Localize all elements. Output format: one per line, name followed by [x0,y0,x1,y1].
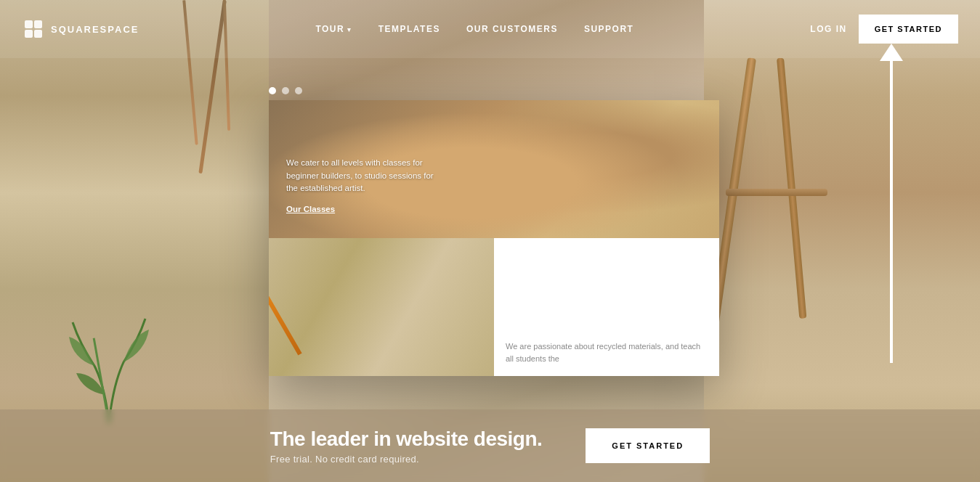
svg-rect-1 [34,20,42,28]
our-classes-link[interactable]: Our Classes [286,205,335,213]
nav-actions: LOG IN GET STARTED [810,15,958,44]
preview-drawing-image [269,238,494,376]
get-started-nav-button[interactable]: GET STARTED [859,15,958,44]
chevron-down-icon: ▾ [347,26,352,33]
preview-bottom-image [269,238,494,376]
arrow-up-indicator [890,58,893,363]
svg-rect-0 [25,20,33,28]
logo[interactable]: SQUARESPACE [22,17,139,41]
preview-bottom-text: We are passionate about recycled materia… [506,340,708,364]
dot-2[interactable] [282,87,289,94]
cta-bar: The leader in website design. Free trial… [0,409,980,482]
svg-rect-2 [25,30,33,38]
squarespace-logo-icon [22,17,45,41]
preview-top-body-text: We cater to all levels with classes for … [286,157,439,195]
cta-headline: The leader in website design. [270,428,543,451]
preview-bottom-text-area: We are passionate about recycled materia… [494,238,719,376]
nav-support[interactable]: SUPPORT [584,24,634,34]
login-button[interactable]: LOG IN [810,24,846,34]
cta-text-group: The leader in website design. Free trial… [270,428,543,465]
preview-window: We cater to all levels with classes for … [269,100,719,376]
nav-templates[interactable]: TEMPLATES [378,24,440,34]
preview-top-section: We cater to all levels with classes for … [269,100,719,238]
cta-subtext: Free trial. No credit card required. [270,454,419,465]
brand-name: SQUARESPACE [51,24,139,35]
nav-our-customers[interactable]: OUR CUSTOMERS [466,24,558,34]
preview-bottom-section: We are passionate about recycled materia… [269,238,719,376]
dot-3[interactable] [295,87,302,94]
dot-1[interactable] [269,87,276,94]
preview-top-overlay: We cater to all levels with classes for … [286,157,439,215]
get-started-cta-button[interactable]: GET STARTED [586,428,710,463]
navbar: SQUARESPACE TOUR ▾ TEMPLATES OUR CUSTOME… [0,0,980,58]
nav-links: TOUR ▾ TEMPLATES OUR CUSTOMERS SUPPORT [139,24,810,34]
svg-rect-3 [34,30,42,38]
nav-tour[interactable]: TOUR ▾ [315,24,352,34]
slide-indicators [269,87,302,94]
